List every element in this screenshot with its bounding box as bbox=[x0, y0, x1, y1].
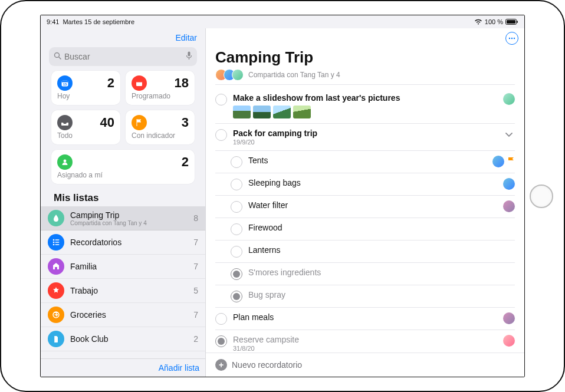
reminder-title: Lanterns bbox=[248, 245, 509, 255]
completion-checkbox[interactable] bbox=[231, 156, 242, 168]
completion-checkbox[interactable] bbox=[215, 335, 227, 347]
list-row[interactable]: Familia7 bbox=[41, 255, 205, 279]
list-count: 7 bbox=[193, 310, 198, 319]
list-icon bbox=[48, 282, 64, 299]
smart-scheduled[interactable]: 18 Programado bbox=[126, 71, 195, 105]
reminder-row[interactable]: Bug spray bbox=[215, 285, 515, 308]
list-name: Recordatorios bbox=[70, 238, 188, 247]
reminder-row[interactable]: S'mores ingredients bbox=[215, 263, 515, 285]
assignee-avatar bbox=[503, 312, 515, 324]
reminder-row[interactable]: Lanterns bbox=[215, 241, 515, 263]
smart-today-count: 2 bbox=[107, 75, 114, 91]
list-name: Trabajo bbox=[70, 286, 188, 295]
completion-checkbox[interactable] bbox=[231, 246, 242, 258]
edit-button[interactable]: Editar bbox=[172, 31, 201, 45]
reminder-title: Tents bbox=[248, 156, 487, 165]
list-icon bbox=[48, 210, 64, 226]
reminder-accessories bbox=[503, 93, 515, 105]
list-name: Familia bbox=[70, 262, 188, 271]
reminder-accessories bbox=[503, 178, 515, 190]
search-input[interactable] bbox=[64, 52, 186, 61]
smart-all-count: 40 bbox=[100, 115, 114, 130]
reminder-title: Pack for camping trip bbox=[233, 129, 497, 138]
list-row[interactable]: Book Club2 bbox=[41, 327, 205, 351]
reminder-row[interactable]: Sleeping bags bbox=[215, 173, 515, 196]
reminder-row[interactable]: Tents bbox=[215, 151, 515, 173]
assignee-avatar bbox=[503, 335, 515, 347]
list-icon bbox=[48, 331, 64, 347]
thumbnail[interactable] bbox=[293, 106, 311, 118]
completion-checkbox[interactable] bbox=[231, 223, 242, 235]
screen: 9:41 Martes 15 de septiembre 100 % Edita… bbox=[40, 15, 525, 377]
new-reminder-button[interactable]: + Nuevo recordatorio bbox=[206, 353, 524, 377]
svg-point-15 bbox=[53, 242, 55, 243]
completion-checkbox[interactable] bbox=[231, 291, 242, 302]
svg-point-12 bbox=[64, 160, 67, 163]
flag-icon bbox=[132, 115, 147, 130]
reminder-row[interactable]: Reserve campsite31/8/20 bbox=[215, 330, 515, 353]
list-name: Book Club bbox=[70, 334, 188, 344]
list-count: 7 bbox=[193, 262, 198, 271]
list-row[interactable]: Recordatorios7 bbox=[41, 230, 205, 255]
avatar-stack bbox=[215, 69, 244, 81]
list-icon bbox=[48, 234, 64, 251]
reminder-accessories bbox=[503, 312, 515, 324]
smart-today[interactable]: 15 2 Hoy bbox=[51, 71, 120, 105]
status-date: Martes 15 de septiembre bbox=[63, 18, 134, 25]
main-header: Camping Trip Compartida con Tang Tan y 4 bbox=[206, 48, 524, 88]
search-field[interactable] bbox=[49, 47, 197, 66]
reminder-row[interactable]: Firewood bbox=[215, 218, 515, 241]
chevron-down-icon[interactable] bbox=[503, 129, 515, 140]
smart-scheduled-label: Programado bbox=[132, 92, 189, 100]
completion-checkbox[interactable] bbox=[215, 129, 227, 141]
sidebar: Editar bbox=[41, 28, 206, 377]
list-row[interactable]: Trabajo5 bbox=[41, 279, 205, 303]
list-row[interactable]: Camping TripCompartida con Tang Tan y 48 bbox=[41, 206, 205, 230]
smart-flagged[interactable]: 3 Con indicador bbox=[126, 110, 195, 144]
completion-checkbox[interactable] bbox=[231, 201, 242, 213]
home-button[interactable] bbox=[530, 185, 553, 208]
completion-checkbox[interactable] bbox=[215, 313, 227, 325]
status-bar: 9:41 Martes 15 de septiembre 100 % bbox=[41, 15, 524, 28]
avatar bbox=[232, 69, 244, 81]
status-time: 9:41 bbox=[47, 18, 59, 25]
list-subtitle: Compartida con Tang Tan y 4 bbox=[70, 220, 188, 226]
mic-icon[interactable] bbox=[186, 51, 192, 62]
svg-text:15: 15 bbox=[63, 83, 67, 86]
reminder-row[interactable]: Pack for camping trip19/9/20 bbox=[215, 124, 515, 151]
reminder-title: Bug spray bbox=[248, 290, 509, 299]
reminders-list[interactable]: Make a slideshow from last year's pictur… bbox=[206, 88, 524, 353]
completion-checkbox[interactable] bbox=[231, 179, 242, 190]
reminder-accessories bbox=[503, 200, 515, 212]
reminder-accessories bbox=[492, 156, 515, 167]
svg-point-23 bbox=[514, 38, 515, 39]
svg-rect-2 bbox=[517, 21, 518, 23]
svg-rect-20 bbox=[54, 336, 54, 342]
ipad-frame: 9:41 Martes 15 de septiembre 100 % Edita… bbox=[0, 0, 565, 392]
smart-assigned[interactable]: 2 Asignado a mí bbox=[51, 150, 195, 184]
add-list-button[interactable]: Añadir lista bbox=[159, 363, 199, 373]
reminder-accessories bbox=[503, 129, 515, 140]
svg-point-13 bbox=[53, 239, 55, 241]
battery-icon bbox=[505, 19, 518, 25]
smart-all[interactable]: 40 Todo bbox=[51, 110, 120, 144]
main-pane: Camping Trip Compartida con Tang Tan y 4… bbox=[206, 28, 524, 377]
list-name: Camping Trip bbox=[70, 210, 188, 220]
shared-with-row[interactable]: Compartida con Tang Tan y 4 bbox=[215, 69, 515, 85]
list-row[interactable]: Groceries7 bbox=[41, 303, 205, 327]
thumbnail[interactable] bbox=[273, 106, 291, 118]
smart-all-label: Todo bbox=[57, 131, 114, 140]
completion-checkbox[interactable] bbox=[215, 94, 227, 106]
attachment-thumbnails[interactable] bbox=[233, 106, 497, 118]
reminder-row[interactable]: Water filter bbox=[215, 196, 515, 218]
reminder-row[interactable]: Plan meals bbox=[215, 308, 515, 330]
flag-icon bbox=[508, 157, 515, 167]
completion-checkbox[interactable] bbox=[231, 268, 242, 280]
thumbnail[interactable] bbox=[253, 106, 271, 118]
reminder-row[interactable]: Make a slideshow from last year's pictur… bbox=[215, 88, 515, 124]
more-button[interactable] bbox=[505, 32, 518, 45]
reminder-title: S'mores ingredients bbox=[248, 268, 509, 277]
smart-flagged-count: 3 bbox=[182, 115, 189, 130]
thumbnail[interactable] bbox=[233, 106, 251, 118]
svg-line-4 bbox=[59, 57, 61, 59]
